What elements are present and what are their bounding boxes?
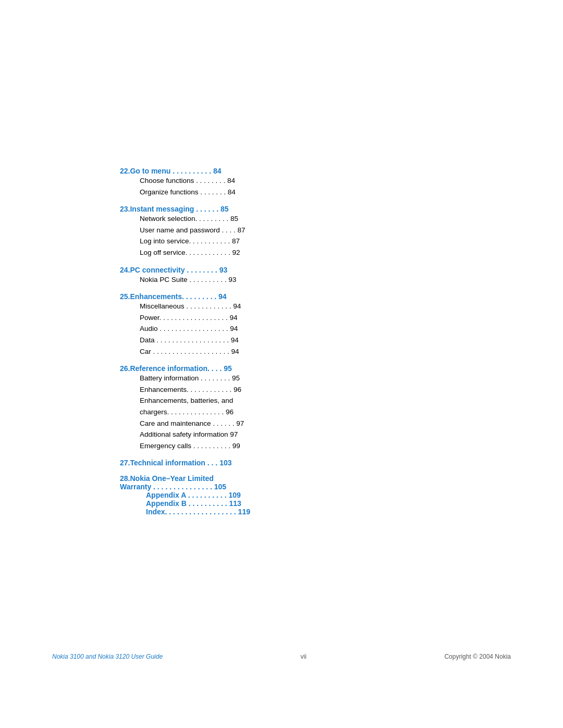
heading-26-page: 95	[224, 364, 232, 373]
toc-sub-line: Organize functions . . . . . . . 84	[140, 187, 422, 198]
toc-heading-24: 24. PC connectivity . . . . . . . . 93	[120, 266, 422, 274]
toc-entry-28: 28. Nokia One–Year Limited Warranty . . …	[120, 474, 422, 516]
appendixa-page: 109	[228, 491, 240, 499]
toc-heading-appendixa: Appendix A . . . . . . . . . . 109	[146, 491, 422, 499]
toc-entry-26: 26. Reference information. . . . 95 Batt…	[120, 364, 422, 451]
toc-sub-line: Enhancements, batteries, and	[140, 395, 422, 406]
warranty-title: Warranty . . . . . . . . . . . . . . .	[120, 483, 214, 491]
toc-entry-25: 25. Enhancements. . . . . . . . . 94 Mis…	[120, 292, 422, 357]
toc-heading-26: 26. Reference information. . . . 95	[120, 364, 422, 373]
toc-sub-line: Enhancements. . . . . . . . . . . . 96	[140, 384, 422, 396]
heading-26-number: 26.	[120, 364, 130, 373]
heading-27-number: 27.	[120, 459, 130, 467]
footer-right: Copyright © 2004 Nokia	[444, 653, 511, 660]
toc-entry-24: 24. PC connectivity . . . . . . . . 93 N…	[120, 266, 422, 286]
toc-entry-22: 22. Go to menu . . . . . . . . . . 84 Ch…	[120, 167, 422, 198]
heading-25-title: Enhancements. . . . . . . . .	[130, 292, 218, 301]
toc-heading-28: 28. Nokia One–Year Limited	[120, 474, 422, 483]
heading-28-number: 28.	[120, 474, 130, 483]
heading-23-number: 23.	[120, 205, 130, 213]
appendixb-page: 113	[229, 499, 241, 508]
footer: Nokia 3100 and Nokia 3120 User Guide vii…	[0, 653, 563, 660]
toc-sub-line: Battery information . . . . . . . . 95	[140, 373, 422, 384]
heading-24-title: PC connectivity . . . . . . . .	[130, 266, 219, 274]
appendixa-title: Appendix A . . . . . . . . . .	[146, 491, 228, 499]
toc-sub-line: Miscellaneous . . . . . . . . . . . . 94	[140, 301, 422, 312]
toc-sub-23: Network selection. . . . . . . . . 85 Us…	[120, 213, 422, 258]
toc-sub-26: Battery information . . . . . . . . 95 E…	[120, 373, 422, 451]
toc-sub-line: Emergency calls . . . . . . . . . . 99	[140, 440, 422, 452]
toc-heading-25: 25. Enhancements. . . . . . . . . 94	[120, 292, 422, 301]
warranty-page: 105	[214, 483, 226, 491]
heading-27-page: 103	[219, 459, 231, 467]
toc-sub-24: Nokia PC Suite . . . . . . . . . . 93	[120, 274, 422, 286]
heading-28-title: Nokia One–Year Limited	[130, 474, 213, 483]
index-title: Index. . . . . . . . . . . . . . . . . .	[146, 508, 238, 516]
toc-sub-line: chargers. . . . . . . . . . . . . . . 96	[140, 406, 422, 418]
heading-24-number: 24.	[120, 266, 130, 274]
toc-sub-line: Car . . . . . . . . . . . . . . . . . . …	[140, 346, 422, 357]
toc-heading-23: 23. Instant messaging . . . . . . 85	[120, 205, 422, 213]
toc-heading-warranty: Warranty . . . . . . . . . . . . . . . 1…	[120, 483, 422, 491]
toc-heading-27: 27. Technical information . . . 103	[120, 459, 422, 467]
toc-sub-line: Log into service. . . . . . . . . . . 87	[140, 236, 422, 247]
toc-heading-22: 22. Go to menu . . . . . . . . . . 84	[120, 167, 422, 175]
toc-sub-25: Miscellaneous . . . . . . . . . . . . 94…	[120, 301, 422, 357]
index-page: 119	[238, 508, 250, 516]
toc-appendices: Appendix A . . . . . . . . . . 109 Appen…	[120, 491, 422, 516]
toc-entry-27: 27. Technical information . . . 103	[120, 459, 422, 467]
heading-27-title: Technical information . . .	[130, 459, 219, 467]
appendixb-title: Appendix B . . . . . . . . . .	[146, 499, 229, 508]
toc-sub-line: Care and maintenance . . . . . . 97	[140, 418, 422, 429]
toc-heading-appendixb: Appendix B . . . . . . . . . . 113	[146, 499, 422, 508]
heading-24-page: 93	[219, 266, 228, 274]
toc-sub-line: Log off service. . . . . . . . . . . . 9…	[140, 247, 422, 258]
toc-heading-index: Index. . . . . . . . . . . . . . . . . .…	[146, 508, 422, 516]
heading-22-page: 84	[213, 167, 222, 175]
toc-sub-line: Nokia PC Suite . . . . . . . . . . 93	[140, 274, 422, 286]
heading-26-title: Reference information. . . .	[130, 364, 224, 373]
heading-25-page: 94	[218, 292, 227, 301]
heading-23-title: Instant messaging . . . . . .	[130, 205, 220, 213]
toc-sub-line: Choose functions . . . . . . . . 84	[140, 175, 422, 187]
toc-sub-line: Power. . . . . . . . . . . . . . . . . .…	[140, 312, 422, 324]
toc-entry-23: 23. Instant messaging . . . . . . 85 Net…	[120, 205, 422, 258]
toc-sub-line: Audio . . . . . . . . . . . . . . . . . …	[140, 323, 422, 335]
toc-sub-line: Network selection. . . . . . . . . 85	[140, 213, 422, 225]
toc-sub-line: User name and password . . . . 87	[140, 225, 422, 236]
footer-center: vii	[301, 653, 307, 660]
heading-22-number: 22.	[120, 167, 130, 175]
toc-sub-line: Data . . . . . . . . . . . . . . . . . .…	[140, 335, 422, 346]
toc-sub-line: Additional safety information 97	[140, 429, 422, 440]
heading-25-number: 25.	[120, 292, 130, 301]
toc-sub-22: Choose functions . . . . . . . . 84 Orga…	[120, 175, 422, 198]
heading-22-title: Go to menu . . . . . . . . . .	[130, 167, 213, 175]
toc-content: 22. Go to menu . . . . . . . . . . 84 Ch…	[120, 167, 422, 516]
heading-23-page: 85	[221, 205, 229, 213]
footer-left: Nokia 3100 and Nokia 3120 User Guide	[52, 653, 163, 660]
page: 22. Go to menu . . . . . . . . . . 84 Ch…	[0, 0, 563, 728]
